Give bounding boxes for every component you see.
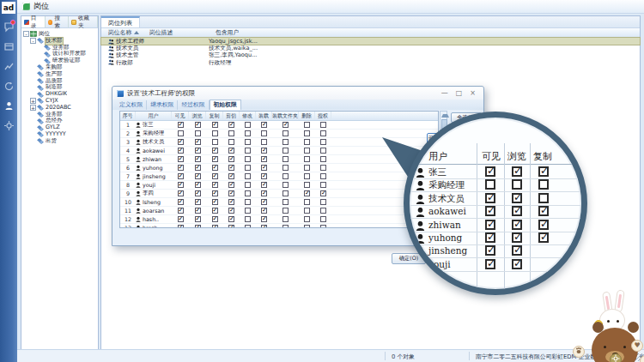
- checkbox-unchecked[interactable]: [304, 208, 310, 214]
- tree-item[interactable]: +CYJX: [21, 98, 98, 105]
- checkbox-checked[interactable]: [228, 199, 234, 205]
- checkbox-checked[interactable]: [261, 156, 267, 162]
- checkbox-unchecked[interactable]: [304, 122, 310, 128]
- checkbox-checked[interactable]: [538, 232, 549, 243]
- tree-item[interactable]: YYYYYY: [21, 131, 98, 138]
- checkbox-checked[interactable]: [195, 216, 201, 222]
- checkbox-checked[interactable]: [512, 220, 522, 230]
- checkbox-checked[interactable]: [512, 245, 522, 256]
- checkbox-checked[interactable]: [178, 216, 184, 222]
- checkbox-checked[interactable]: [261, 165, 267, 171]
- checkbox-checked[interactable]: [538, 166, 549, 177]
- tab-position-list[interactable]: 岗位列表: [101, 16, 140, 27]
- tree-item[interactable]: 出货: [21, 138, 98, 145]
- checkbox-checked[interactable]: [320, 190, 326, 196]
- checkbox-checked[interactable]: [538, 206, 549, 216]
- checkbox-checked[interactable]: [178, 148, 184, 154]
- checkbox-unchecked[interactable]: [283, 190, 289, 196]
- checkbox-checked[interactable]: [261, 216, 267, 222]
- panel-tab-search[interactable]: 搜索: [46, 16, 70, 27]
- checkbox-unchecked[interactable]: [485, 179, 495, 190]
- tree-item[interactable]: 总经办: [21, 118, 98, 124]
- checkbox-checked[interactable]: [178, 173, 184, 179]
- checkbox-checked[interactable]: [212, 173, 218, 179]
- checkbox-unchecked[interactable]: [261, 130, 267, 136]
- tree-item[interactable]: GYLZ: [21, 124, 98, 131]
- checkbox-checked[interactable]: [228, 190, 234, 196]
- checkbox-checked[interactable]: [178, 139, 184, 145]
- tree-item[interactable]: 研发验证部: [21, 57, 98, 64]
- pet-button-gear[interactable]: [610, 353, 622, 362]
- checkbox-checked[interactable]: [212, 225, 218, 228]
- checkbox-checked[interactable]: [261, 199, 267, 205]
- checkbox-unchecked[interactable]: [512, 179, 522, 190]
- checkbox-checked[interactable]: [178, 199, 184, 205]
- expand-icon[interactable]: +: [30, 105, 36, 111]
- checkbox-unchecked[interactable]: [228, 139, 234, 145]
- checkbox-unchecked[interactable]: [195, 130, 201, 136]
- checkbox-checked[interactable]: [228, 122, 234, 128]
- checkbox-unchecked[interactable]: [283, 156, 289, 162]
- dialog-tab[interactable]: 继承权限: [147, 100, 178, 110]
- checkbox-checked[interactable]: [228, 165, 234, 171]
- checkbox-unchecked[interactable]: [320, 165, 326, 171]
- people-icon[interactable]: [3, 100, 15, 112]
- checkbox-unchecked[interactable]: [320, 173, 326, 179]
- tree-item[interactable]: 设计和开发部: [21, 51, 98, 57]
- tree-item[interactable]: -技术部: [21, 38, 98, 45]
- checkbox-unchecked[interactable]: [283, 148, 289, 154]
- checkbox-checked[interactable]: [212, 208, 218, 214]
- checkbox-checked[interactable]: [195, 182, 201, 188]
- checkbox-unchecked[interactable]: [283, 173, 289, 179]
- checkbox-checked[interactable]: [512, 206, 522, 216]
- checkbox-unchecked[interactable]: [320, 139, 326, 145]
- checkbox-checked[interactable]: [304, 190, 310, 196]
- checkbox-unchecked[interactable]: [212, 139, 218, 145]
- checkbox-checked[interactable]: [178, 156, 184, 162]
- checkbox-checked[interactable]: [512, 259, 522, 269]
- column-header-name[interactable]: 岗位名称: [101, 28, 149, 37]
- checkbox-unchecked[interactable]: [304, 148, 310, 154]
- checkbox-checked[interactable]: [261, 148, 267, 154]
- perm-row[interactable]: 12hash..: [120, 215, 438, 224]
- checkbox-unchecked[interactable]: [538, 193, 549, 203]
- table-row[interactable]: 行政部行政经理: [101, 59, 640, 66]
- checkbox-unchecked[interactable]: [304, 182, 310, 188]
- checkbox-checked[interactable]: [212, 148, 218, 154]
- checkbox-checked[interactable]: [195, 148, 201, 154]
- checkbox-unchecked[interactable]: [245, 130, 251, 136]
- checkbox-checked[interactable]: [195, 208, 201, 214]
- checkbox-checked[interactable]: [261, 122, 267, 128]
- checkbox-unchecked[interactable]: [245, 139, 251, 145]
- expand-icon[interactable]: +: [30, 98, 36, 104]
- checkbox-checked[interactable]: [212, 199, 218, 205]
- checkbox-unchecked[interactable]: [245, 156, 251, 162]
- card-icon[interactable]: [3, 41, 15, 53]
- checkbox-checked[interactable]: [261, 208, 267, 214]
- dialog-tab[interactable]: 初始权限: [210, 100, 241, 110]
- checkbox-unchecked[interactable]: [245, 165, 251, 171]
- checkbox-checked[interactable]: [485, 245, 495, 256]
- checkbox-checked[interactable]: [228, 182, 234, 188]
- pet-button-extra[interactable]: [640, 355, 644, 362]
- table-row[interactable]: 技术主管张三,李四,Yaoqu...: [101, 51, 640, 58]
- checkbox-unchecked[interactable]: [245, 190, 251, 196]
- checkbox-checked[interactable]: [512, 166, 522, 177]
- tree-item[interactable]: 生产部: [21, 71, 98, 78]
- checkbox-unchecked[interactable]: [283, 225, 289, 228]
- dialog-titlebar[interactable]: 设置'技术工程师'的权限 — □ ×: [112, 87, 483, 100]
- chart-icon[interactable]: [3, 61, 15, 73]
- tree-item[interactable]: -岗位: [21, 31, 98, 38]
- pet-button-heart[interactable]: ♥: [631, 340, 643, 352]
- checkbox-unchecked[interactable]: [245, 216, 251, 222]
- checkbox-checked[interactable]: [195, 156, 201, 162]
- checkbox-unchecked[interactable]: [212, 130, 218, 136]
- collapse-icon[interactable]: -: [23, 31, 29, 37]
- checkbox-checked[interactable]: [538, 220, 549, 230]
- perm-row[interactable]: 13hresh..: [120, 224, 438, 228]
- checkbox-unchecked[interactable]: [304, 130, 310, 136]
- checkbox-checked[interactable]: [178, 165, 184, 171]
- checkbox-checked[interactable]: [228, 148, 234, 154]
- checkbox-unchecked[interactable]: [304, 225, 310, 228]
- checkbox-checked[interactable]: [261, 173, 267, 179]
